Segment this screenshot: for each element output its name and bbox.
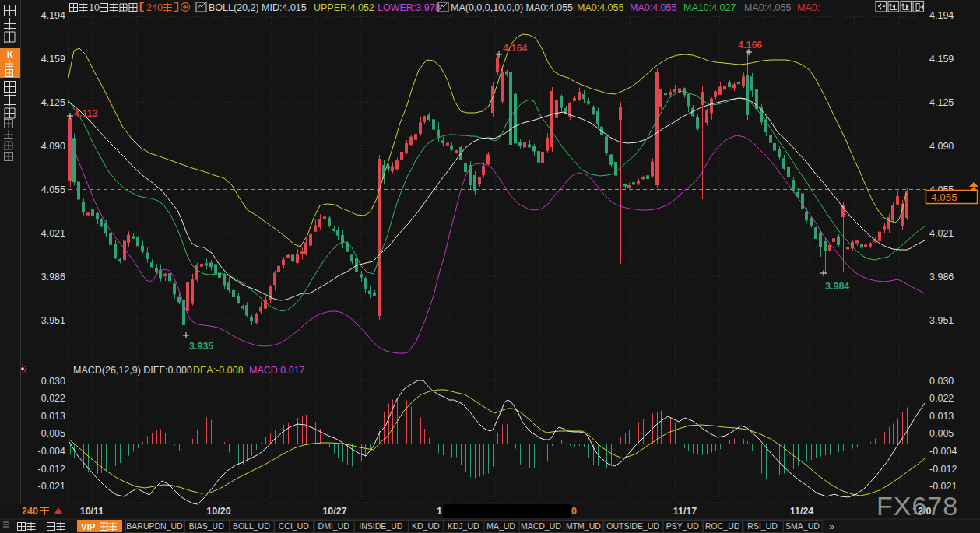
svg-text:10/27: 10/27 <box>322 506 346 517</box>
svg-text:MA0:4.055: MA0:4.055 <box>630 2 677 13</box>
svg-text:4.021: 4.021 <box>929 228 954 239</box>
svg-text:4.125: 4.125 <box>41 97 65 108</box>
svg-text:11/17: 11/17 <box>673 506 697 517</box>
svg-text:MACD_UD: MACD_UD <box>521 521 561 531</box>
svg-text:MA0:4.055: MA0:4.055 <box>577 2 624 13</box>
svg-text:4.090: 4.090 <box>929 141 954 152</box>
svg-text:3.986: 3.986 <box>929 272 954 282</box>
svg-text:3.951: 3.951 <box>41 315 65 326</box>
svg-text:BOLL(20,2) MID:4.015: BOLL(20,2) MID:4.015 <box>209 2 307 13</box>
svg-text:UPPER:4.052: UPPER:4.052 <box>314 2 374 13</box>
svg-text:3.951: 3.951 <box>929 315 954 326</box>
svg-text:240: 240 <box>146 2 163 13</box>
svg-text:MACD:0.017: MACD:0.017 <box>249 365 305 376</box>
svg-text:-0.004: -0.004 <box>38 446 65 457</box>
svg-text:MA_UD: MA_UD <box>486 521 515 531</box>
svg-text:11/24: 11/24 <box>790 506 814 517</box>
svg-text:1: 1 <box>437 506 442 517</box>
svg-text:OUTSIDE_UD: OUTSIDE_UD <box>606 521 659 531</box>
svg-text:0.022: 0.022 <box>929 393 954 404</box>
svg-text:0.030: 0.030 <box>41 376 65 387</box>
svg-text:4.159: 4.159 <box>929 54 954 65</box>
svg-text:4.125: 4.125 <box>929 97 954 108</box>
svg-text:4.194: 4.194 <box>41 10 65 21</box>
svg-text:MA0:4.055: MA0:4.055 <box>744 2 792 13</box>
svg-text:DEA:-0.008: DEA:-0.008 <box>193 365 244 376</box>
svg-text:MA0:: MA0: <box>797 2 820 13</box>
svg-text:VIP: VIP <box>81 522 96 531</box>
svg-text:-0.012: -0.012 <box>38 464 65 475</box>
svg-text:0.005: 0.005 <box>41 428 65 439</box>
svg-text:SMA_UD: SMA_UD <box>785 521 820 531</box>
svg-text:CCI_UD: CCI_UD <box>279 521 310 531</box>
svg-text:MACD(26,12,9) DIFF:0.000: MACD(26,12,9) DIFF:0.000 <box>73 365 192 376</box>
svg-text:BARUPDN_UD: BARUPDN_UD <box>126 521 183 531</box>
svg-text:4.164: 4.164 <box>503 43 527 54</box>
svg-text:»: » <box>829 521 834 532</box>
svg-text:MTM_UD: MTM_UD <box>566 521 601 531</box>
svg-text:3.986: 3.986 <box>41 272 65 282</box>
svg-text:DMI_UD: DMI_UD <box>318 521 350 531</box>
svg-text:0.030: 0.030 <box>929 376 954 387</box>
svg-text:4.055: 4.055 <box>41 184 65 195</box>
svg-text:BIAS_UD: BIAS_UD <box>189 521 224 531</box>
svg-text:-0.004: -0.004 <box>929 446 957 457</box>
svg-text:0.013: 0.013 <box>929 411 954 422</box>
svg-text:MA10:4.027: MA10:4.027 <box>683 2 736 13</box>
svg-text:4.159: 4.159 <box>41 54 65 65</box>
svg-text:ROC_UD: ROC_UD <box>705 521 740 531</box>
svg-text:0.005: 0.005 <box>929 428 954 439</box>
svg-text:KD_UD: KD_UD <box>412 521 440 531</box>
svg-text:KDJ_UD: KDJ_UD <box>448 521 479 531</box>
svg-text:10/11: 10/11 <box>80 506 104 517</box>
svg-text:4.055: 4.055 <box>931 191 957 203</box>
svg-text:FX678: FX678 <box>876 491 958 521</box>
svg-text:-0.012: -0.012 <box>929 464 957 475</box>
svg-text:MA(0,0,0,10,0,0) MA0:4.055: MA(0,0,0,10,0,0) MA0:4.055 <box>451 2 573 13</box>
svg-text:BOLL_UD: BOLL_UD <box>233 521 270 531</box>
svg-text:INSIDE_UD: INSIDE_UD <box>359 521 402 531</box>
svg-text:240: 240 <box>22 506 38 517</box>
svg-text:-0.021: -0.021 <box>38 481 65 492</box>
svg-text:4.021: 4.021 <box>41 228 65 239</box>
svg-text:-0.021: -0.021 <box>929 481 957 492</box>
svg-text:PSY_UD: PSY_UD <box>666 521 699 531</box>
svg-text:RSI_UD: RSI_UD <box>747 521 778 531</box>
svg-text:4.090: 4.090 <box>41 141 65 152</box>
svg-text:4.166: 4.166 <box>738 40 762 51</box>
svg-text:0.022: 0.022 <box>41 393 65 404</box>
svg-text:LOWER:3.978: LOWER:3.978 <box>378 2 441 13</box>
svg-text:10/20: 10/20 <box>206 506 230 517</box>
svg-text:4.113: 4.113 <box>74 108 98 119</box>
svg-text:10: 10 <box>89 2 100 13</box>
svg-text:3.935: 3.935 <box>189 341 213 352</box>
svg-text:4.194: 4.194 <box>929 10 954 21</box>
svg-text:0: 0 <box>571 506 577 517</box>
svg-text:0.013: 0.013 <box>41 411 65 422</box>
svg-text:3.984: 3.984 <box>825 281 849 292</box>
svg-text:K: K <box>7 50 13 59</box>
